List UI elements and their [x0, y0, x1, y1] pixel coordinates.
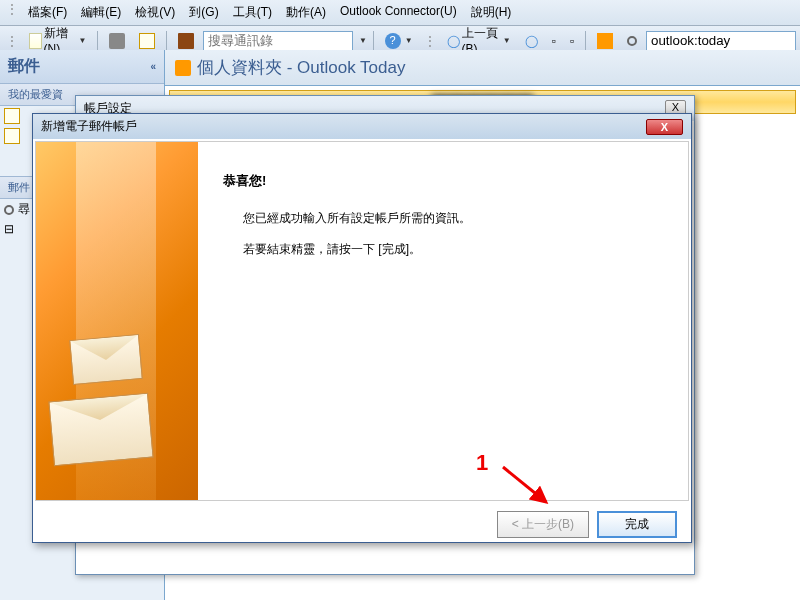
- search-dropdown-icon[interactable]: ▼: [359, 36, 367, 45]
- folder-icon: [4, 128, 20, 144]
- search-icon: [4, 205, 14, 215]
- wizard-title: 新增電子郵件帳戶: [41, 118, 137, 135]
- menu-grip: ⋮: [4, 2, 20, 23]
- forward-icon: ◯: [525, 34, 538, 48]
- tree-toggle-icon: ⊟: [4, 222, 14, 236]
- back-button: < 上一步(B): [497, 511, 589, 538]
- menu-tools[interactable]: 工具(T): [227, 2, 278, 23]
- outlook-icon: [175, 60, 191, 76]
- finish-button[interactable]: 完成: [597, 511, 677, 538]
- wizard-close-button[interactable]: X: [646, 119, 683, 135]
- search-button[interactable]: [622, 33, 642, 49]
- menu-file[interactable]: 檔案(F): [22, 2, 73, 23]
- address-input[interactable]: [646, 31, 796, 51]
- collapse-button[interactable]: «: [150, 61, 156, 72]
- forward-button[interactable]: ◯: [520, 31, 543, 51]
- separator: [373, 31, 374, 51]
- wizard-content: 恭喜您! 您已經成功輸入所有設定帳戶所需的資訊。 若要結束精靈，請按一下 [完成…: [198, 142, 688, 500]
- wizard-text-line2: 若要結束精靈，請按一下 [完成]。: [243, 241, 663, 258]
- search-contacts-input[interactable]: [203, 31, 353, 51]
- print-button[interactable]: [104, 30, 130, 52]
- back-icon: ◯: [447, 34, 460, 48]
- menu-help[interactable]: 說明(H): [465, 2, 518, 23]
- wizard-text-line1: 您已經成功輸入所有設定帳戶所需的資訊。: [243, 210, 663, 227]
- menu-bar: ⋮ 檔案(F) 編輯(E) 檢視(V) 到(G) 工具(T) 動作(A) Out…: [0, 0, 800, 26]
- addressbook-button[interactable]: [173, 30, 199, 52]
- print-icon: [109, 33, 125, 49]
- mail-icon: [139, 33, 155, 49]
- new-icon: [29, 33, 42, 49]
- menu-connector[interactable]: Outlook Connector(U): [334, 2, 463, 23]
- content-title: 個人資料夾 - Outlook Today: [197, 56, 405, 79]
- dropdown-icon: ▼: [503, 36, 511, 45]
- envelope-icon: [48, 393, 153, 466]
- help-button[interactable]: ?▼: [380, 30, 418, 52]
- separator: [97, 31, 98, 51]
- separator: [166, 31, 167, 51]
- menu-view[interactable]: 檢視(V): [129, 2, 181, 23]
- sendreceive-button[interactable]: [134, 30, 160, 52]
- envelope-icon: [69, 334, 143, 385]
- wizard-heading: 恭喜您!: [223, 172, 663, 190]
- stop-icon: ▫: [552, 34, 556, 48]
- wizard-body: 恭喜您! 您已經成功輸入所有設定帳戶所需的資訊。 若要結束精靈，請按一下 [完成…: [35, 141, 689, 501]
- add-email-wizard-dialog: 新增電子郵件帳戶 X 恭喜您! 您已經成功輸入所有設定帳戶所需的資訊。 若要結束…: [32, 113, 692, 543]
- home-button[interactable]: [592, 30, 618, 52]
- content-header: 個人資料夾 - Outlook Today: [165, 50, 800, 86]
- folder-icon: [4, 108, 20, 124]
- wizard-sidebar-graphic: [36, 142, 198, 500]
- menu-go[interactable]: 到(G): [183, 2, 224, 23]
- nav-header-mail: 郵件 «: [0, 50, 164, 83]
- stop-button[interactable]: ▫: [547, 31, 561, 51]
- wizard-footer: < 上一步(B) 完成: [33, 503, 691, 546]
- nav-item-label: 尋: [18, 201, 30, 218]
- dropdown-icon: ▼: [405, 36, 413, 45]
- book-icon: [178, 33, 194, 49]
- menu-actions[interactable]: 動作(A): [280, 2, 332, 23]
- toolbar-grip: ⋮: [422, 34, 438, 48]
- dropdown-icon: ▼: [78, 36, 86, 45]
- wizard-titlebar[interactable]: 新增電子郵件帳戶 X: [33, 114, 691, 139]
- nav-header-label: 郵件: [8, 56, 40, 77]
- refresh-button[interactable]: ▫: [565, 31, 579, 51]
- refresh-icon: ▫: [570, 34, 574, 48]
- home-icon: [597, 33, 613, 49]
- menu-edit[interactable]: 編輯(E): [75, 2, 127, 23]
- toolbar-grip: ⋮: [4, 34, 20, 48]
- search-icon: [627, 36, 637, 46]
- help-icon: ?: [385, 33, 401, 49]
- separator: [585, 31, 586, 51]
